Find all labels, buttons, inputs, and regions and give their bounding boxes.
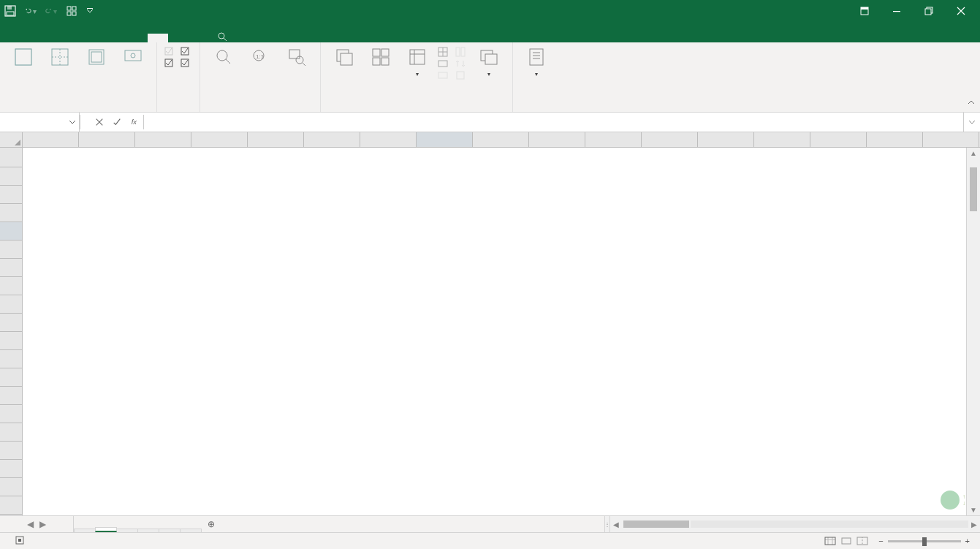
column-header[interactable] xyxy=(867,132,923,147)
formula-bar-checkbox[interactable] xyxy=(181,47,192,56)
row-header[interactable] xyxy=(0,186,22,204)
insert-function-button[interactable]: fx xyxy=(126,113,143,132)
sheet-prev-icon[interactable]: ◀ xyxy=(27,519,34,529)
close-button[interactable] xyxy=(946,0,976,22)
new-window-button[interactable] xyxy=(328,47,360,69)
row-header[interactable] xyxy=(0,241,22,259)
row-header[interactable] xyxy=(0,314,22,332)
zoom-button[interactable] xyxy=(208,47,240,69)
sheet-nav[interactable]: ◀ ▶ xyxy=(0,516,74,532)
view-switcher[interactable] xyxy=(823,535,870,547)
row-header[interactable] xyxy=(0,405,22,423)
scroll-up-icon[interactable]: ▲ xyxy=(970,149,977,157)
row-header[interactable] xyxy=(0,332,22,350)
normal-view-icon[interactable] xyxy=(823,535,837,547)
touch-mode-icon[interactable] xyxy=(66,5,77,17)
column-header[interactable] xyxy=(585,132,642,147)
tab-insert[interactable] xyxy=(45,34,66,42)
row-header[interactable] xyxy=(0,460,22,478)
cells-area[interactable] xyxy=(23,148,966,515)
zoom-100-button[interactable]: 1:1 xyxy=(244,47,276,69)
freeze-panes-button[interactable]: ▾ xyxy=(401,47,433,79)
scroll-right-icon[interactable]: ▶ xyxy=(968,520,980,529)
column-header[interactable] xyxy=(473,132,529,147)
column-header[interactable] xyxy=(810,132,867,147)
redo-icon[interactable]: ▾ xyxy=(45,5,57,17)
undo-icon[interactable]: ▾ xyxy=(25,5,37,17)
zoom-in-button[interactable]: + xyxy=(965,537,970,545)
column-header[interactable] xyxy=(923,132,979,147)
row-header[interactable] xyxy=(0,478,22,496)
expand-formula-bar-button[interactable] xyxy=(963,113,980,132)
gridlines-checkbox[interactable] xyxy=(164,58,176,67)
cancel-formula-button[interactable] xyxy=(91,113,108,132)
zoom-controls[interactable]: − + xyxy=(878,537,974,545)
macro-recording-icon[interactable] xyxy=(15,535,25,547)
row-header[interactable] xyxy=(0,277,22,295)
row-header[interactable] xyxy=(0,148,22,167)
page-layout-view-icon[interactable] xyxy=(839,535,854,547)
column-header[interactable] xyxy=(360,132,417,147)
headings-checkbox[interactable] xyxy=(181,58,192,67)
row-headers[interactable] xyxy=(0,148,23,515)
name-box[interactable] xyxy=(0,113,80,132)
row-header[interactable] xyxy=(0,496,22,515)
scroll-down-icon[interactable]: ▼ xyxy=(970,506,977,514)
column-header[interactable] xyxy=(417,132,473,147)
column-header[interactable] xyxy=(642,132,698,147)
row-header[interactable] xyxy=(0,387,22,405)
tab-review[interactable] xyxy=(127,34,148,42)
zoom-out-button[interactable]: − xyxy=(878,537,883,545)
tab-home[interactable] xyxy=(25,34,45,42)
macros-button[interactable]: ▾ xyxy=(520,47,552,79)
column-header[interactable] xyxy=(529,132,585,147)
row-header[interactable] xyxy=(0,368,22,387)
sheet-tab[interactable] xyxy=(95,527,117,532)
add-sheet-button[interactable]: ⊕ xyxy=(201,516,221,532)
column-header[interactable] xyxy=(23,132,79,147)
row-header[interactable] xyxy=(0,350,22,368)
column-header[interactable] xyxy=(754,132,810,147)
normal-view-button[interactable] xyxy=(7,47,39,69)
row-header[interactable] xyxy=(0,204,22,222)
row-header[interactable] xyxy=(0,423,22,442)
tab-view[interactable] xyxy=(148,34,168,42)
tab-developer[interactable] xyxy=(168,34,189,42)
tab-formulas[interactable] xyxy=(86,34,107,42)
save-icon[interactable] xyxy=(4,5,16,17)
page-break-preview-button[interactable] xyxy=(44,47,76,69)
tab-data[interactable] xyxy=(107,34,127,42)
row-header[interactable] xyxy=(0,442,22,460)
ruler-checkbox[interactable] xyxy=(164,47,176,56)
split-button[interactable] xyxy=(438,47,451,57)
row-header[interactable] xyxy=(0,222,22,241)
column-header[interactable] xyxy=(304,132,360,147)
row-header[interactable] xyxy=(0,167,22,186)
minimize-button[interactable] xyxy=(882,0,911,22)
column-header[interactable] xyxy=(79,132,135,147)
zoom-slider[interactable] xyxy=(888,540,961,542)
ribbon-display-options-button[interactable] xyxy=(850,0,879,22)
column-header[interactable] xyxy=(698,132,754,147)
row-header[interactable] xyxy=(0,295,22,314)
tell-me-search[interactable] xyxy=(209,32,241,42)
horizontal-scrollbar[interactable]: ◀ ▶ xyxy=(609,516,980,532)
chevron-down-icon[interactable] xyxy=(69,118,76,126)
hide-button[interactable] xyxy=(438,58,451,69)
column-header[interactable] xyxy=(191,132,248,147)
column-header[interactable] xyxy=(248,132,304,147)
scroll-thumb[interactable] xyxy=(623,520,689,528)
enter-formula-button[interactable] xyxy=(108,113,126,132)
column-header[interactable] xyxy=(135,132,191,147)
sheet-bar-resize[interactable]: ⋮ xyxy=(604,516,609,532)
page-layout-button[interactable] xyxy=(80,47,113,69)
column-headers[interactable] xyxy=(0,132,980,148)
tab-help[interactable] xyxy=(189,34,209,42)
row-header[interactable] xyxy=(0,259,22,277)
formula-bar-input[interactable] xyxy=(144,113,963,132)
sheet-next-icon[interactable]: ▶ xyxy=(39,519,46,529)
collapse-ribbon-icon[interactable] xyxy=(967,98,976,109)
custom-views-button[interactable] xyxy=(117,47,149,69)
page-break-view-icon[interactable] xyxy=(855,535,870,547)
switch-windows-button[interactable]: ▾ xyxy=(473,47,505,79)
